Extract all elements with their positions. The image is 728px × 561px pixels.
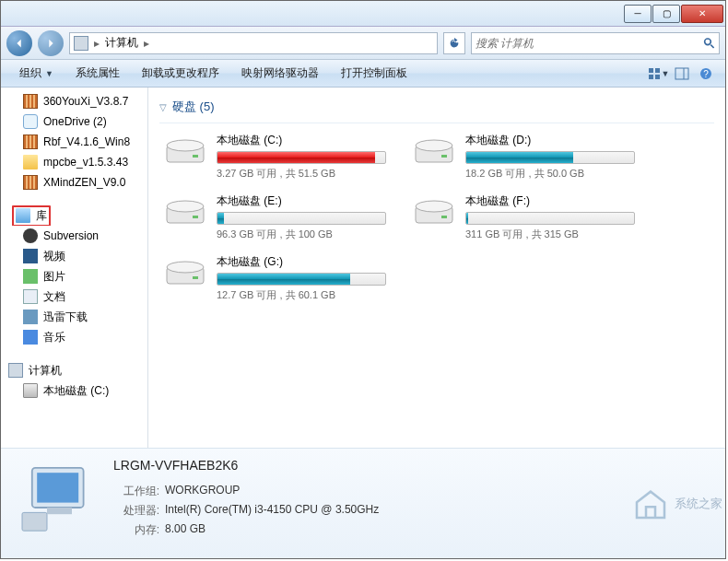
preview-pane-button[interactable] <box>670 64 694 84</box>
search-input[interactable] <box>476 37 703 50</box>
help-icon: ? <box>699 66 713 81</box>
doc-icon <box>23 289 38 304</box>
organize-button[interactable]: 组织▼ <box>8 60 65 87</box>
sidebar-item-label: 360YouXi_V3.8.7 <box>43 95 128 108</box>
sidebar-item-label: 本地磁盘 (C:) <box>43 383 109 399</box>
folder-icon <box>23 155 38 169</box>
workgroup-label: 工作组: <box>113 484 159 499</box>
breadcrumb-sep: ▸ <box>94 37 100 50</box>
drive-s-icon <box>23 383 38 398</box>
drive-item[interactable]: 本地磁盘 (G:)12.7 GB 可用 , 共 60.1 GB <box>159 251 390 306</box>
memory-value: 8.00 GB <box>165 522 205 538</box>
navbar: ▸ 计算机 ▸ <box>1 27 725 60</box>
drive-item[interactable]: 本地磁盘 (D:)18.2 GB 可用 , 共 50.0 GB <box>408 129 639 184</box>
sidebar-item-library[interactable]: 图片 <box>1 266 147 286</box>
sidebar-item-library[interactable]: 迅雷下载 <box>1 307 147 327</box>
minimize-button[interactable]: ─ <box>624 5 652 23</box>
search-box[interactable] <box>471 32 720 54</box>
drive-item[interactable]: 本地磁盘 (F:)311 GB 可用 , 共 315 GB <box>408 190 639 245</box>
refresh-button[interactable] <box>443 32 465 54</box>
sidebar-item-library[interactable]: 音乐 <box>1 327 147 347</box>
svg-rect-27 <box>22 512 47 531</box>
content-pane: ▽ 硬盘 (5) 本地磁盘 (C:)3.27 GB 可用 , 共 51.5 GB… <box>148 88 725 448</box>
zip-icon <box>23 94 38 109</box>
zip-icon <box>23 175 38 190</box>
zip-icon <box>23 134 38 149</box>
cpu-value: Intel(R) Core(TM) i3-4150 CPU @ 3.50GHz <box>165 503 379 519</box>
sidebar-item-label: 视频 <box>43 249 65 264</box>
drive-usage-bar <box>217 273 386 286</box>
sidebar-item-library[interactable]: Subversion <box>1 226 147 246</box>
drive-usage-fill <box>466 213 468 224</box>
sidebar-item-favorite[interactable]: Rbf_V4.1.6_Win8 <box>1 132 147 152</box>
drive-space-text: 12.7 GB 可用 , 共 60.1 GB <box>217 288 386 302</box>
sidebar-item-favorite[interactable]: XMindZEN_V9.0 <box>1 172 147 193</box>
drive-usage-fill <box>217 213 224 224</box>
explorer-window: ─ ▢ ✕ ▸ 计算机 ▸ 组织▼ 系统属性 卸载或更改程序 映射网络驱动器 <box>0 0 726 559</box>
map-network-drive-button[interactable]: 映射网络驱动器 <box>230 60 330 87</box>
system-properties-button[interactable]: 系统属性 <box>65 60 131 87</box>
svg-rect-4 <box>649 75 653 79</box>
sidebar-item-drive[interactable]: 本地磁盘 (C:) <box>1 380 147 401</box>
drive-icon <box>163 193 207 230</box>
video-icon <box>23 249 38 263</box>
computer-name: LRGM-VVFHAEB2K6 <box>113 458 379 473</box>
sidebar-computer[interactable]: 计算机 <box>1 360 147 380</box>
computer-icon <box>74 36 88 51</box>
drive-icon <box>412 193 456 230</box>
uninstall-programs-button[interactable]: 卸载或更改程序 <box>131 60 230 87</box>
drive-usage-fill <box>217 152 375 163</box>
svg-rect-2 <box>649 68 653 73</box>
drive-space-text: 96.3 GB 可用 , 共 100 GB <box>217 228 386 241</box>
svg-rect-5 <box>655 75 660 79</box>
cpu-label: 处理器: <box>113 503 159 519</box>
sidebar-item-label: 迅雷下载 <box>43 310 88 325</box>
libraries-highlight: 库 <box>12 205 51 226</box>
drive-name: 本地磁盘 (D:) <box>465 133 635 148</box>
breadcrumb-current[interactable]: 计算机 <box>105 35 138 51</box>
drive-item[interactable]: 本地磁盘 (C:)3.27 GB 可用 , 共 51.5 GB <box>159 129 390 184</box>
toolbar: 组织▼ 系统属性 卸载或更改程序 映射网络驱动器 打开控制面板 ▼ ? <box>1 60 725 88</box>
sidebar-item-library[interactable]: 视频 <box>1 246 147 266</box>
watermark: 系统之家 <box>632 485 722 522</box>
group-header-drives[interactable]: ▽ 硬盘 (5) <box>159 95 714 123</box>
titlebar: ─ ▢ ✕ <box>1 1 725 27</box>
view-options-button[interactable]: ▼ <box>646 64 670 84</box>
drive-space-text: 18.2 GB 可用 , 共 50.0 GB <box>465 167 635 181</box>
svg-point-11 <box>167 140 204 151</box>
refresh-icon <box>448 37 461 50</box>
open-control-panel-button[interactable]: 打开控制面板 <box>330 60 418 87</box>
svg-rect-15 <box>441 155 447 158</box>
sidebar-item-label: 音乐 <box>43 330 65 345</box>
watermark-text: 系统之家 <box>675 496 722 512</box>
sidebar-item-favorite[interactable]: 360YouXi_V3.8.7 <box>1 91 147 111</box>
sidebar-item-library[interactable]: 文档 <box>1 286 147 307</box>
maximize-button[interactable]: ▢ <box>652 5 680 23</box>
sidebar-item-favorite[interactable]: mpcbe_v1.5.3.43 <box>1 152 147 172</box>
svg-point-0 <box>704 39 710 45</box>
drive-usage-fill <box>217 274 350 285</box>
drive-name: 本地磁盘 (C:) <box>217 133 386 148</box>
close-button[interactable]: ✕ <box>681 5 723 23</box>
back-button[interactable] <box>6 30 32 56</box>
breadcrumb[interactable]: ▸ 计算机 ▸ <box>69 32 438 54</box>
svg-rect-6 <box>675 68 688 79</box>
sidebar-item-favorite[interactable]: OneDrive (2) <box>1 111 147 132</box>
drive-name: 本地磁盘 (F:) <box>465 193 635 209</box>
drive-space-text: 311 GB 可用 , 共 315 GB <box>465 228 635 241</box>
svg-point-17 <box>167 201 204 212</box>
drive-item[interactable]: 本地磁盘 (E:)96.3 GB 可用 , 共 100 GB <box>159 190 390 245</box>
library-icon <box>16 208 30 223</box>
sidebar-libraries[interactable]: 库 <box>1 205 147 226</box>
drive-usage-bar <box>217 212 386 225</box>
sidebar: 360YouXi_V3.8.7OneDrive (2)Rbf_V4.1.6_Wi… <box>1 88 148 448</box>
breadcrumb-sep: ▸ <box>144 37 149 50</box>
pic-icon <box>23 269 38 284</box>
svg-rect-26 <box>37 473 78 502</box>
help-button[interactable]: ? <box>694 64 718 84</box>
drive-space-text: 3.27 GB 可用 , 共 51.5 GB <box>217 167 386 181</box>
sidebar-item-label: Rbf_V4.1.6_Win8 <box>43 135 130 148</box>
forward-button[interactable] <box>38 30 64 56</box>
group-title: 硬盘 (5) <box>172 99 215 115</box>
drive-name: 本地磁盘 (G:) <box>217 254 386 270</box>
